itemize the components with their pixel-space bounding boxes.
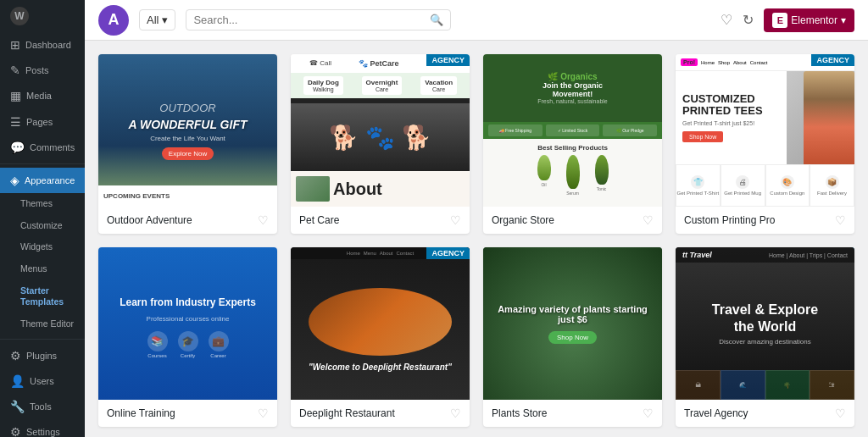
template-footer-restaurant: Deeplight Restaurant ♡ xyxy=(291,400,470,427)
restaurant-title: "Welcome to Deeplight Restaurant" xyxy=(309,362,452,372)
outdoor-events-section: UPCOMING EVENTS xyxy=(98,185,277,207)
template-card-training[interactable]: Learn from Industry Experts Professional… xyxy=(98,247,277,427)
favorite-outdoor-icon[interactable]: ♡ xyxy=(258,213,269,227)
favorite-organic-icon[interactable]: ♡ xyxy=(643,213,654,227)
template-name-travel: Travel Agency xyxy=(684,407,748,419)
sidebar-item-tools[interactable]: 🔧 Tools xyxy=(0,394,85,419)
travel-subtitle: Discover amazing destinations xyxy=(719,338,811,346)
template-name-plants: Plants Store xyxy=(492,407,547,419)
templates-grid: OUTDOOR A WONDERFUL GIFT Create the Life… xyxy=(98,54,854,427)
favorite-petcare-icon[interactable]: ♡ xyxy=(450,213,461,227)
sidebar-item-customize[interactable]: Customize xyxy=(0,215,85,237)
sidebar-label: Customize xyxy=(20,220,63,232)
template-name-organic: Organic Store xyxy=(492,214,554,226)
search-box[interactable]: 🔍 xyxy=(186,9,450,30)
template-card-plants[interactable]: Amazing variety of plants starting just … xyxy=(483,247,662,427)
sidebar-item-pages[interactable]: ☰ Pages xyxy=(0,109,85,135)
sidebar-divider-2 xyxy=(0,339,85,340)
agency-badge-restaurant: AGENCY xyxy=(426,247,470,259)
sidebar-item-settings[interactable]: ⚙ Settings xyxy=(0,419,85,437)
elementor-label: Elementor xyxy=(791,14,837,26)
template-footer-plants: Plants Store ♡ xyxy=(483,400,662,427)
favorite-travel-icon[interactable]: ♡ xyxy=(835,407,846,420)
sidebar-label: Plugins xyxy=(26,350,57,362)
template-name-petcare: Pet Care xyxy=(299,214,339,226)
search-input[interactable] xyxy=(193,14,429,26)
organic-badges: 🚚 Free Shipping ✓ Limited Stock 🌿 Our Pl… xyxy=(483,122,662,139)
sidebar-item-comments[interactable]: 💬 Comments xyxy=(0,135,85,160)
filter-dropdown[interactable]: All ▾ xyxy=(139,9,175,30)
settings-icon: ⚙ xyxy=(10,424,21,437)
sidebar-item-widgets[interactable]: Widgets xyxy=(0,236,85,258)
topbar-actions: ♡ ↻ E Elementor ▾ xyxy=(721,8,854,32)
comments-icon: 💬 xyxy=(10,140,25,155)
sidebar-label: Settings xyxy=(26,426,60,437)
template-card-outdoor-adventure[interactable]: OUTDOOR A WONDERFUL GIFT Create the Life… xyxy=(98,54,277,234)
template-thumb-plants: Amazing variety of plants starting just … xyxy=(483,247,662,400)
petcare-dogs: 🐕 🐾 🐕 xyxy=(291,98,470,171)
sidebar-label: Pages xyxy=(26,116,53,128)
template-footer-training: Online Training ♡ xyxy=(98,400,277,427)
template-thumb-organic: 🌿 Organics Join the OrganicMovement! Fre… xyxy=(483,54,662,207)
template-thumb-training: Learn from Industry Experts Professional… xyxy=(98,247,277,400)
sidebar-item-users[interactable]: 👤 Users xyxy=(0,368,85,394)
upcoming-events-label: UPCOMING EVENTS xyxy=(103,191,170,202)
template-card-pet-care[interactable]: AGENCY ☎ Call 🐾 PetCare ✉ Email Daily Do… xyxy=(291,54,470,234)
sidebar-item-posts[interactable]: ✎ Posts xyxy=(0,58,85,83)
favorite-printing-icon[interactable]: ♡ xyxy=(835,213,846,227)
template-card-travel[interactable]: AGENCY tt Travel Home | About | Trips | … xyxy=(676,247,854,427)
sidebar-label: Dashboard xyxy=(25,39,71,51)
travel-grid: 🏔 🌊 🌴 🏜 xyxy=(676,370,854,400)
sidebar-item-plugins[interactable]: ⚙ Plugins xyxy=(0,343,85,368)
plants-title: Amazing variety of plants starting just … xyxy=(483,304,662,324)
petcare-about: About xyxy=(291,171,470,207)
template-name-printing: Custom Printing Pro xyxy=(684,214,775,226)
astra-logo: A xyxy=(98,5,129,36)
sidebar-label: Comments xyxy=(30,141,75,153)
template-card-restaurant[interactable]: AGENCY Home Menu About Contact "Welcome … xyxy=(291,247,470,427)
pages-icon: ☰ xyxy=(10,114,21,130)
plugins-icon: ⚙ xyxy=(10,348,21,363)
posts-icon: ✎ xyxy=(10,63,20,78)
favorites-icon[interactable]: ♡ xyxy=(721,12,732,28)
sidebar-item-starter-templates[interactable]: Starter Templates xyxy=(0,280,85,313)
elementor-logo: E xyxy=(772,13,787,28)
refresh-icon[interactable]: ↻ xyxy=(743,12,754,28)
sidebar-label: Users xyxy=(30,375,54,387)
petcare-services: Daily DogWalking OvernightCare VacationC… xyxy=(291,73,470,98)
template-name-training: Online Training xyxy=(107,407,175,419)
travel-title: Travel & Explorethe World xyxy=(712,301,818,334)
sidebar-item-menus[interactable]: Menus xyxy=(0,258,85,280)
template-footer-petcare: Pet Care ♡ xyxy=(291,207,470,234)
tools-icon: 🔧 xyxy=(10,399,25,414)
training-subtitle: Professional courses online xyxy=(138,315,238,323)
sidebar-item-media[interactable]: ▦ Media xyxy=(0,83,85,108)
sidebar-item-themes[interactable]: Themes xyxy=(0,193,85,215)
printing-hero-image xyxy=(787,71,854,164)
sidebar-item-appearance[interactable]: ◈ Appearance xyxy=(0,168,85,193)
template-card-organic-store[interactable]: 🌿 Organics Join the OrganicMovement! Fre… xyxy=(483,54,662,234)
sidebar-label: Starter Templates xyxy=(20,285,75,308)
sidebar-item-theme-editor[interactable]: Theme Editor xyxy=(0,313,85,335)
favorite-training-icon[interactable]: ♡ xyxy=(258,407,269,420)
main-area: A All ▾ 🔍 ♡ ↻ E Elementor ▾ OUT xyxy=(85,0,868,437)
sidebar-label: Widgets xyxy=(20,241,53,253)
media-icon: ▦ xyxy=(10,88,21,103)
wordpress-icon: W xyxy=(10,7,29,25)
dashboard-icon: ⊞ xyxy=(10,37,20,53)
printing-hero: CUSTOMIZED PRINTED TEES Get Printed T-sh… xyxy=(676,71,854,164)
sidebar: W ⊞ Dashboard ✎ Posts ▦ Media ☰ Pages 💬 … xyxy=(0,0,85,437)
template-thumb-restaurant: AGENCY Home Menu About Contact "Welcome … xyxy=(291,247,470,400)
sidebar-item-dashboard[interactable]: ⊞ Dashboard xyxy=(0,32,85,58)
favorite-plants-icon[interactable]: ♡ xyxy=(643,407,654,420)
wp-logo: W xyxy=(0,0,85,32)
elementor-button[interactable]: E Elementor ▾ xyxy=(764,8,854,32)
training-title: Learn from Industry Experts xyxy=(113,290,263,315)
outdoor-subtitle: Create the Life You Want xyxy=(150,135,225,142)
favorite-restaurant-icon[interactable]: ♡ xyxy=(450,407,461,420)
template-card-custom-printing[interactable]: AGENCY Pro! Home Shop About Contact CUST… xyxy=(676,54,854,234)
outdoor-cta: Explore Now xyxy=(162,147,214,160)
template-thumb-petcare: AGENCY ☎ Call 🐾 PetCare ✉ Email Daily Do… xyxy=(291,54,470,207)
template-thumb-travel: AGENCY tt Travel Home | About | Trips | … xyxy=(676,247,854,400)
travel-nav: tt Travel Home | About | Trips | Contact xyxy=(676,247,854,263)
